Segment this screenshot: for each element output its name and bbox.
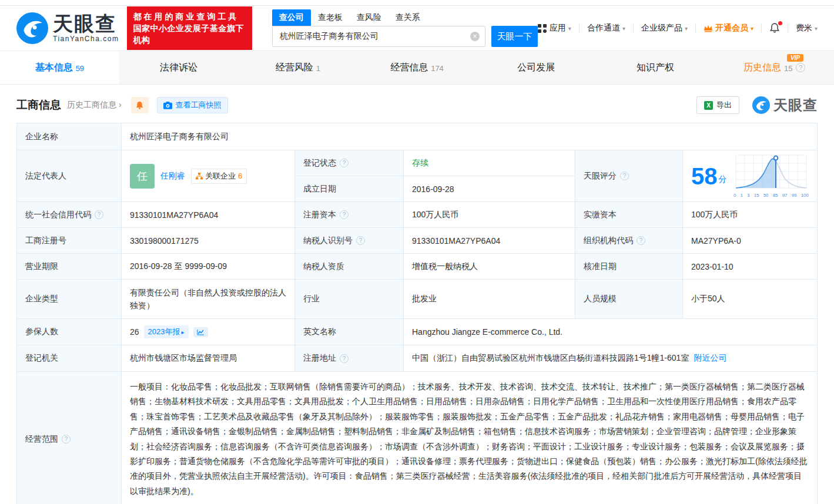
annual-report-badge[interactable]: 2023年报 ▸ bbox=[144, 325, 189, 338]
tab-legal[interactable]: 法律诉讼 bbox=[119, 51, 239, 84]
credit-code-label: 统一社会信用代码 ? bbox=[17, 202, 122, 227]
slogan-banner: 都在用的商业查询工具 国家中小企业发展子基金旗下机构 bbox=[127, 6, 252, 50]
chevron-down-icon: ▾ bbox=[685, 25, 688, 32]
reg-address-cell: 中国（浙江）自由贸易试验区杭州市钱塘区白杨街道科技园路1号1幢1-601室 附近… bbox=[404, 345, 817, 371]
tab-operation-risk[interactable]: 经营风险 1 bbox=[238, 51, 357, 84]
help-icon[interactable]: ? bbox=[637, 236, 645, 245]
legal-rep-avatar[interactable]: 任 bbox=[130, 164, 155, 189]
vip-badge: VIP bbox=[787, 54, 803, 62]
nav-user[interactable]: 费米 ▾ bbox=[796, 23, 818, 33]
tab-basic-info[interactable]: 基本信息 59 bbox=[0, 51, 119, 84]
nav-apps[interactable]: 应用 ▾ bbox=[538, 23, 571, 33]
industry-value: 批发业 bbox=[404, 280, 575, 318]
reg-status-label: 登记状态 ? bbox=[295, 150, 404, 176]
header-nav: 应用 ▾ 合作通道 ▾ 企业级产品 ▾ 开通会员 ▾ bbox=[538, 23, 818, 33]
taxpayer-quality-label: 纳税人资质 bbox=[295, 254, 404, 279]
approval-date-value: 2023-01-10 bbox=[683, 254, 817, 279]
nav-partner[interactable]: 合作通道 ▾ bbox=[587, 23, 625, 33]
industry-label: 行业 bbox=[295, 280, 404, 318]
help-icon[interactable]: ? bbox=[340, 354, 349, 363]
help-icon[interactable]: ? bbox=[620, 172, 629, 180]
score-value: 58 bbox=[691, 164, 718, 188]
help-icon[interactable]: ? bbox=[340, 159, 349, 167]
search-input[interactable] bbox=[272, 26, 485, 47]
tab-intellectual-property[interactable]: 知识产权 bbox=[596, 51, 715, 84]
help-icon[interactable]: ? bbox=[62, 435, 71, 443]
notification-dot bbox=[778, 21, 782, 25]
score-distribution-chart: 0131550859799100 bbox=[733, 154, 809, 198]
business-info-table: 企业名称 杭州匠泽电子商务有限公司 法定代表人 任 任刚睿 关联企业 6 bbox=[16, 123, 818, 504]
help-icon[interactable]: ? bbox=[340, 210, 349, 219]
legal-rep-link[interactable]: 任刚睿 bbox=[160, 171, 185, 182]
logo-title: 天眼查 bbox=[53, 14, 119, 33]
reg-authority-value: 杭州市钱塘区市场监督管理局 bbox=[122, 345, 295, 371]
chevron-down-icon: ▾ bbox=[751, 25, 753, 32]
tab-label: 基本信息 bbox=[35, 62, 73, 74]
nav-divider bbox=[788, 24, 788, 32]
company-tabbar: 基本信息 59 法律诉讼 经营风险 1 经营信息 174 公司发展 知识产权 V… bbox=[0, 51, 834, 85]
tab-label: 历史信息 bbox=[743, 62, 781, 74]
trend-chart-button[interactable] bbox=[193, 327, 208, 337]
score-unit: 分 bbox=[719, 174, 727, 188]
table-row: 企业类型 有限责任公司（非自然人投资或控股的法人独资） 行业 批发业 人员规模 … bbox=[17, 280, 817, 319]
nav-divider bbox=[579, 24, 580, 32]
related-companies-badge[interactable]: 关联企业 6 bbox=[191, 169, 247, 184]
tab-history-info[interactable]: VIP 历史信息 15 ? bbox=[715, 51, 834, 84]
notifications-bell[interactable] bbox=[769, 23, 780, 33]
insured-count-value: 26 bbox=[130, 327, 139, 337]
nav-partner-label: 合作通道 bbox=[587, 23, 620, 33]
search-tab-relation[interactable]: 查关系 bbox=[388, 9, 427, 26]
chevron-down-icon: ▾ bbox=[815, 25, 818, 32]
tab-count: 59 bbox=[76, 64, 84, 73]
reg-authority-label: 登记机关 bbox=[17, 345, 122, 371]
tab-count: 174 bbox=[431, 64, 444, 73]
annual-report-label: 2023年报 bbox=[148, 327, 180, 337]
help-icon[interactable]: ? bbox=[356, 236, 365, 245]
tianyancha-logo[interactable]: 天眼查 TianYanCha.com bbox=[16, 12, 119, 44]
site-header: 天眼查 TianYanCha.com 都在用的商业查询工具 国家中小企业发展子基… bbox=[0, 6, 834, 51]
nav-user-label: 费米 bbox=[796, 23, 812, 33]
tab-company-development[interactable]: 公司发展 bbox=[477, 51, 596, 84]
reg-number-value: 330198000171275 bbox=[122, 228, 295, 253]
org-code-value: MA27YP6A-0 bbox=[683, 228, 817, 253]
taxpayer-id-value: 91330101MA27YP6A04 bbox=[404, 228, 575, 253]
search-button[interactable]: 天眼一下 bbox=[491, 26, 538, 47]
history-business-info-link[interactable]: 历史工商信息 › bbox=[67, 100, 122, 110]
slogan-line2: 国家中小企业发展子基金旗下机构 bbox=[133, 22, 246, 46]
legal-rep-label: 法定代表人 bbox=[17, 150, 122, 201]
logo-domain: TianYanCha.com bbox=[53, 35, 119, 43]
business-scope-label: 经营范围 ? bbox=[17, 372, 122, 504]
subscribe-bell-button[interactable] bbox=[131, 97, 149, 113]
tab-label: 知识产权 bbox=[637, 62, 674, 74]
company-type-value: 有限责任公司（非自然人投资或控股的法人独资） bbox=[122, 280, 295, 318]
excel-icon: X bbox=[704, 101, 713, 110]
clear-icon[interactable]: × bbox=[470, 32, 480, 41]
export-button[interactable]: X 导出 bbox=[696, 96, 739, 114]
table-row: 工商注册号 330198000171275 纳税人识别号 ? 91330101M… bbox=[17, 228, 817, 254]
tab-label: 经营风险 bbox=[276, 62, 313, 74]
search-tab-boss[interactable]: 查老板 bbox=[311, 9, 350, 26]
search-tab-company[interactable]: 查公司 bbox=[272, 9, 311, 26]
reg-number-label: 工商注册号 bbox=[17, 228, 122, 253]
nav-enterprise[interactable]: 企业级产品 ▾ bbox=[641, 23, 688, 33]
view-business-snapshot-button[interactable]: 查看工商快照 bbox=[157, 97, 228, 113]
nav-open-vip[interactable]: 开通会员 ▾ bbox=[704, 23, 753, 33]
status-date-stack: 登记状态 ? 存续 成立日期 2016-09-28 bbox=[295, 150, 575, 201]
help-icon[interactable]: ? bbox=[796, 63, 805, 72]
nav-apps-label: 应用 bbox=[550, 23, 566, 33]
taxpayer-id-label: 纳税人识别号 ? bbox=[295, 228, 404, 253]
score-label: 天眼评分 ? bbox=[575, 150, 683, 201]
search-tab-risk[interactable]: 查风险 bbox=[350, 9, 388, 26]
paid-capital-label: 实缴资本 bbox=[575, 202, 683, 227]
chevron-right-icon: › bbox=[119, 100, 122, 109]
nearby-companies-link[interactable]: 附近公司 bbox=[694, 353, 726, 364]
help-icon[interactable]: ? bbox=[95, 210, 103, 219]
nav-divider bbox=[695, 24, 696, 32]
slogan-line1: 都在用的商业查询工具 bbox=[133, 11, 246, 22]
camera-icon bbox=[163, 102, 172, 109]
tab-business-info[interactable]: 经营信息 174 bbox=[357, 51, 477, 84]
reg-address-value: 中国（浙江）自由贸易试验区杭州市钱塘区白杨街道科技园路1号1幢1-601室 bbox=[412, 353, 689, 364]
related-companies-count: 6 bbox=[238, 172, 242, 180]
english-name-label: 英文名称 bbox=[295, 319, 404, 345]
tab-label: 经营信息 bbox=[390, 62, 428, 74]
